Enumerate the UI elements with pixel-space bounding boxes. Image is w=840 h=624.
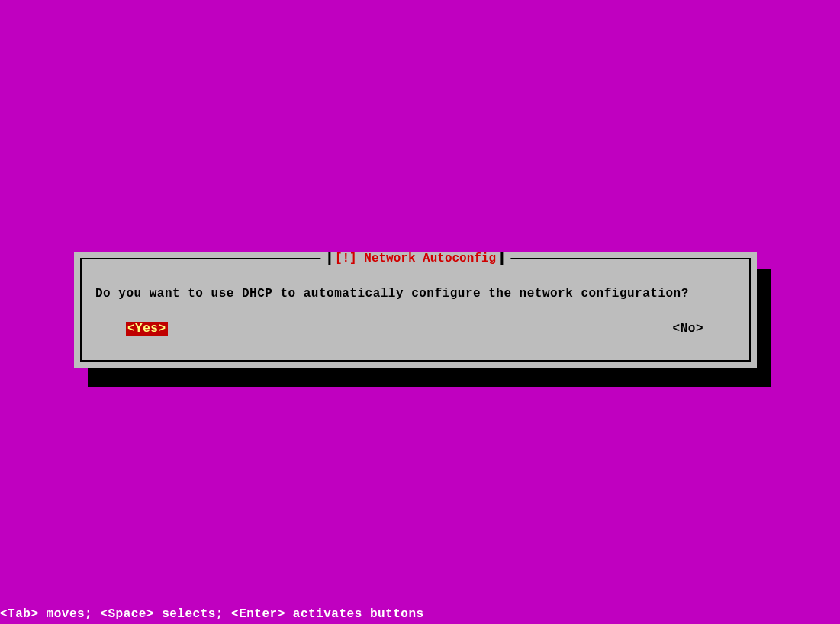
title-bracket-left-icon xyxy=(328,252,330,265)
dialog-frame: [!] Network Autoconfig Do you want to us… xyxy=(80,258,751,362)
footer-hint: <Tab> moves; <Space> selects; <Enter> ac… xyxy=(0,607,424,621)
dialog-buttons: <Yes> <No> xyxy=(92,322,739,339)
no-button[interactable]: <No> xyxy=(671,322,705,336)
dialog-title-wrap: [!] Network Autoconfig xyxy=(320,252,510,265)
dialog-title: [!] Network Autoconfig xyxy=(335,252,496,265)
title-bracket-right-icon xyxy=(500,252,503,265)
dialog-message: Do you want to use DHCP to automatically… xyxy=(92,287,739,301)
yes-button[interactable]: <Yes> xyxy=(126,322,168,336)
dialog-box: [!] Network Autoconfig Do you want to us… xyxy=(74,252,757,368)
